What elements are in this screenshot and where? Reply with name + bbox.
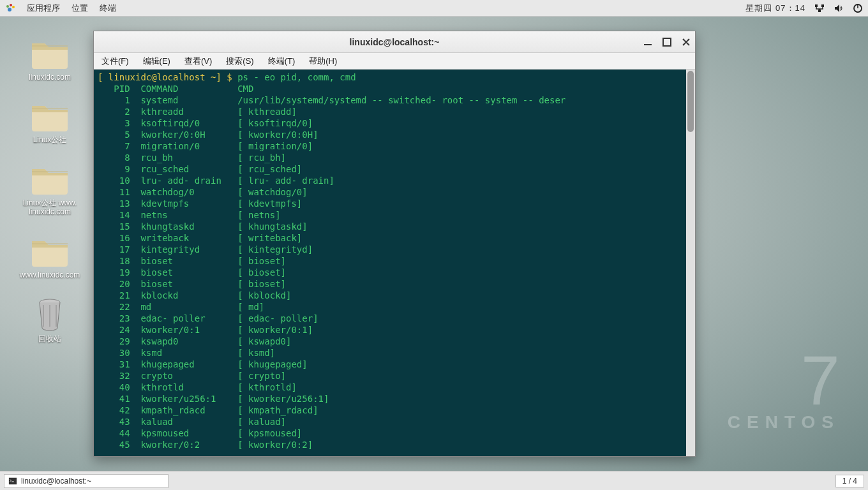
window-title: linuxidc@localhost:~ bbox=[94, 37, 695, 47]
minimize-button[interactable] bbox=[643, 37, 653, 47]
desktop-icon-label: www.linuxidc.com bbox=[20, 271, 80, 279]
desktop-icon-label: Linux公社 bbox=[33, 135, 67, 144]
centos-watermark: 7 CENTOS bbox=[728, 352, 840, 433]
menu-item[interactable]: 查看(V) bbox=[179, 54, 217, 68]
menu-item[interactable]: 编辑(E) bbox=[138, 54, 176, 68]
taskbar-entry-label: linuxidc@localhost:~ bbox=[21, 477, 91, 486]
terminal-viewport: [ linuxidc@localhost ~] $ ps - eo pid, c… bbox=[94, 70, 695, 456]
volume-icon[interactable] bbox=[834, 3, 844, 13]
svg-rect-5 bbox=[821, 4, 824, 7]
svg-rect-11 bbox=[663, 38, 671, 46]
network-icon[interactable] bbox=[814, 3, 825, 13]
desktop-folder[interactable]: www.linuxidc.com bbox=[15, 235, 84, 279]
svg-rect-10 bbox=[644, 44, 652, 45]
menu-applications[interactable]: 应用程序 bbox=[27, 3, 60, 14]
gnome-logo-icon bbox=[5, 3, 15, 13]
terminal-icon bbox=[8, 477, 17, 486]
menu-terminal[interactable]: 终端 bbox=[100, 3, 116, 14]
svg-point-3 bbox=[8, 8, 11, 11]
menu-item[interactable]: 终端(T) bbox=[263, 54, 301, 68]
svg-point-1 bbox=[10, 4, 12, 6]
centos-version: 7 bbox=[728, 352, 840, 408]
workspace-indicator[interactable]: 1 / 4 bbox=[835, 475, 864, 487]
svg-rect-4 bbox=[815, 4, 818, 7]
clock[interactable]: 星期四 07：14 bbox=[745, 3, 805, 14]
svg-point-2 bbox=[12, 6, 15, 8]
scrollbar-thumb[interactable] bbox=[687, 71, 694, 132]
window-titlebar[interactable]: linuxidc@localhost:~ bbox=[94, 31, 695, 53]
terminal-scrollbar[interactable] bbox=[686, 70, 695, 456]
desktop-icon-label: Linux公社 www. linuxidc.com bbox=[15, 198, 84, 217]
maximize-button[interactable] bbox=[662, 37, 672, 47]
svg-point-0 bbox=[6, 5, 9, 8]
top-panel: 应用程序 位置 终端 星期四 07：14 bbox=[0, 0, 868, 17]
menu-item[interactable]: 搜索(S) bbox=[221, 54, 258, 68]
svg-rect-8 bbox=[857, 4, 858, 8]
centos-name: CENTOS bbox=[728, 412, 840, 433]
menu-item[interactable]: 文件(F) bbox=[96, 54, 134, 68]
bottom-taskbar: linuxidc@localhost:~ 1 / 4 bbox=[0, 471, 868, 490]
power-icon[interactable] bbox=[853, 3, 863, 13]
menu-item[interactable]: 帮助(H) bbox=[304, 54, 342, 68]
taskbar-entry-terminal[interactable]: linuxidc@localhost:~ bbox=[4, 474, 168, 488]
desktop-trash[interactable]: 回收站 bbox=[15, 297, 84, 343]
desktop-folder[interactable]: Linux公社 bbox=[15, 100, 84, 144]
close-button[interactable] bbox=[681, 37, 691, 47]
desktop-folder[interactable]: Linux公社 www. linuxidc.com bbox=[15, 163, 84, 217]
desktop-icons: linuxidc.comLinux公社Linux公社 www. linuxidc… bbox=[15, 37, 84, 343]
window-menubar: 文件(F)编辑(E)查看(V)搜索(S)终端(T)帮助(H) bbox=[94, 53, 695, 70]
desktop-folder[interactable]: linuxidc.com bbox=[15, 37, 84, 82]
desktop-icon-label: linuxidc.com bbox=[29, 73, 71, 82]
terminal-content[interactable]: [ linuxidc@localhost ~] $ ps - eo pid, c… bbox=[94, 70, 686, 456]
menu-places[interactable]: 位置 bbox=[71, 3, 88, 14]
desktop-icon-label: 回收站 bbox=[38, 334, 61, 343]
terminal-window: linuxidc@localhost:~ 文件(F)编辑(E)查看(V)搜索(S… bbox=[93, 31, 696, 457]
